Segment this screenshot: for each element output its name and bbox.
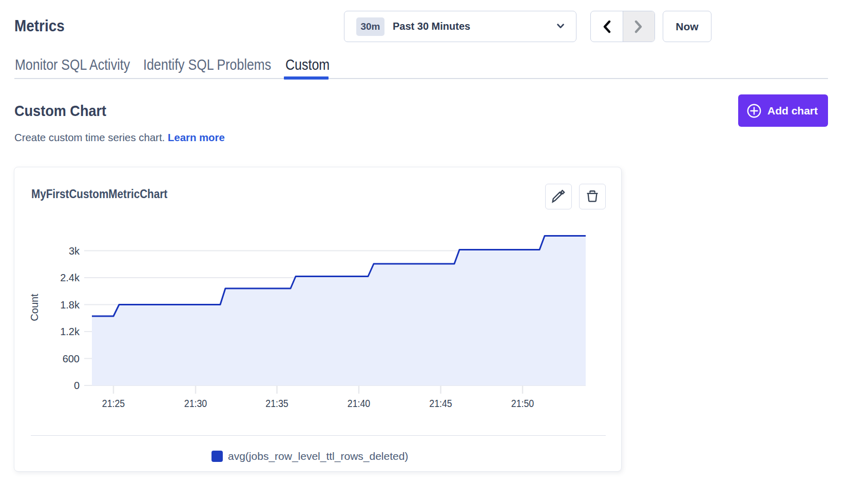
svg-text:600: 600 (63, 353, 80, 364)
svg-text:3k: 3k (69, 245, 80, 257)
svg-text:21:45: 21:45 (429, 398, 452, 409)
svg-text:21:50: 21:50 (511, 398, 534, 409)
svg-text:1.8k: 1.8k (60, 299, 80, 311)
svg-text:21:25: 21:25 (102, 398, 125, 409)
svg-text:21:35: 21:35 (265, 398, 288, 409)
svg-text:0: 0 (74, 380, 80, 391)
svg-text:Count: Count (29, 294, 40, 321)
svg-text:2.4k: 2.4k (60, 272, 80, 283)
svg-text:1.2k: 1.2k (60, 326, 80, 337)
svg-text:21:40: 21:40 (348, 398, 371, 409)
svg-text:21:30: 21:30 (184, 398, 207, 409)
